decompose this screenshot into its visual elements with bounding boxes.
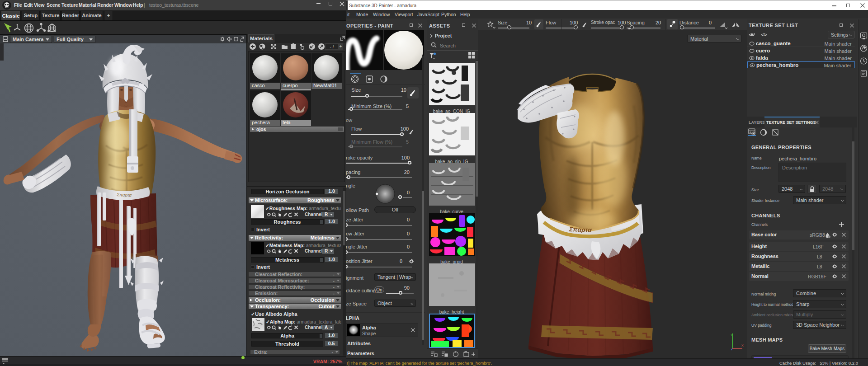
- svg-text:1: 1: [763, 33, 765, 37]
- svg-text:Σπαρτα: Σπαρτα: [116, 192, 132, 197]
- svg-text:Σπαρτα: Σπαρτα: [569, 225, 593, 234]
- svg-text:Y: Y: [731, 333, 733, 337]
- svg-text:X: X: [741, 344, 744, 347]
